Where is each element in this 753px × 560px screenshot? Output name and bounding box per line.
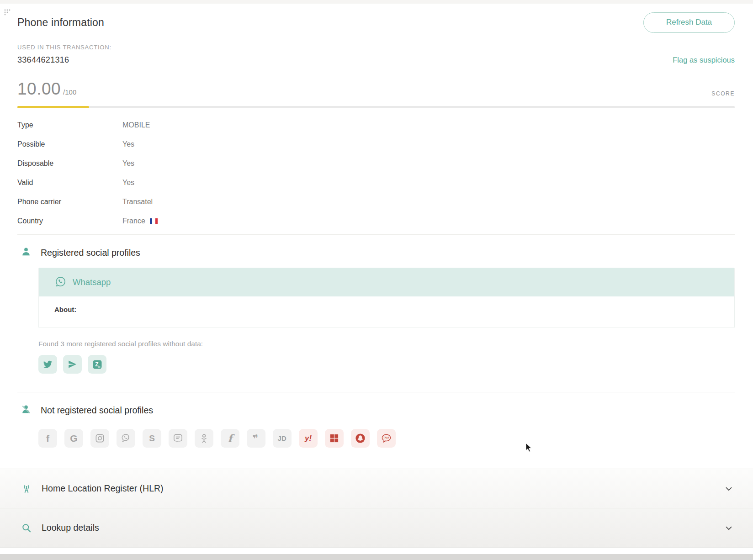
score-value: 10.00	[17, 79, 61, 98]
phone-information-panel: Phone information Refresh Data USED IN T…	[0, 4, 753, 554]
page-title: Phone information	[17, 16, 104, 29]
about-label: About:	[54, 306, 76, 313]
panel-header: Phone information Refresh Data	[17, 12, 735, 33]
table-row: Disposable Yes	[17, 154, 735, 173]
table-row: Country France	[17, 211, 735, 231]
not-registered-profiles-title: Not registered social profiles	[41, 405, 153, 416]
line-icon	[169, 429, 187, 448]
table-row: Phone carrier Transatel	[17, 192, 735, 211]
yahoo-icon: y!	[299, 429, 318, 448]
magnifier-icon	[21, 523, 32, 534]
chevron-down-icon	[724, 523, 734, 533]
score-progress-fill	[17, 106, 89, 108]
collapsible-sections: Home Location Register (HLR) Lookup deta…	[0, 469, 753, 548]
not-registered-profiles-row: f G S	[38, 429, 735, 448]
person-icon	[21, 247, 31, 259]
drag-handle-icon[interactable]	[3, 8, 13, 20]
whatsapp-icon	[54, 275, 67, 290]
table-row: Possible Yes	[17, 135, 735, 154]
more-profiles-text: Found 3 more registered social profiles …	[38, 340, 735, 348]
table-row: Valid Yes	[17, 173, 735, 192]
zalo-icon: Z	[88, 355, 106, 374]
registered-profiles-title: Registered social profiles	[41, 248, 140, 258]
flag-as-suspicious-link[interactable]: Flag as suspicious	[673, 56, 735, 64]
kakaotalk-icon: TALK	[377, 429, 396, 448]
divider	[17, 234, 735, 235]
jd-icon: JD	[273, 429, 292, 448]
person-off-icon	[21, 404, 31, 416]
svg-text:Z: Z	[95, 361, 98, 367]
country-value: France	[122, 217, 145, 225]
score-value-group: 10.00/100	[17, 79, 76, 99]
telegram-icon	[63, 355, 82, 374]
score-label: SCORE	[711, 90, 735, 99]
microsoft-icon	[325, 429, 344, 448]
refresh-data-button[interactable]: Refresh Data	[643, 12, 735, 33]
antenna-icon	[21, 483, 32, 494]
phone-number-value: 33644621316	[17, 55, 69, 65]
registered-profiles-header: Registered social profiles	[17, 247, 735, 259]
table-row: Type MOBILE	[17, 116, 735, 135]
hlr-section-row[interactable]: Home Location Register (HLR)	[0, 469, 753, 508]
mouse-cursor	[525, 443, 534, 455]
skype-icon: S	[143, 429, 161, 448]
snapchat-icon	[351, 429, 370, 448]
twitter-icon	[38, 355, 57, 374]
used-in-transaction-label: USED IN THIS TRANSACTION:	[17, 44, 735, 51]
svg-text:TALK: TALK	[383, 436, 389, 439]
hlr-section-title: Home Location Register (HLR)	[42, 483, 164, 494]
not-registered-profiles-header: Not registered social profiles	[17, 404, 735, 416]
page-top-strip	[0, 0, 753, 4]
divider	[17, 392, 735, 392]
chevron-down-icon	[724, 484, 734, 494]
whatsapp-tab[interactable]: Whatsapp	[39, 268, 734, 296]
whatsapp-profile-card: Whatsapp About:	[38, 268, 735, 328]
lookup-details-title: Lookup details	[42, 523, 99, 533]
quote-marks-icon: ❞	[247, 429, 265, 448]
phone-details-table: Type MOBILE Possible Yes Disposable Yes …	[17, 116, 735, 231]
registered-profiles-without-data: Z	[38, 355, 735, 374]
score-denominator: /100	[63, 88, 76, 96]
viber-icon	[117, 429, 135, 448]
score-progress-track	[17, 106, 735, 108]
italic-f-icon: f	[221, 429, 239, 448]
odnoklassniki-icon	[195, 429, 213, 448]
whatsapp-label: Whatsapp	[73, 277, 111, 287]
google-icon: G	[64, 429, 83, 448]
facebook-icon: f	[38, 429, 57, 448]
instagram-icon	[90, 429, 109, 448]
page-bottom-strip	[0, 554, 753, 560]
france-flag-icon	[150, 218, 158, 224]
lookup-details-row[interactable]: Lookup details	[0, 508, 753, 548]
